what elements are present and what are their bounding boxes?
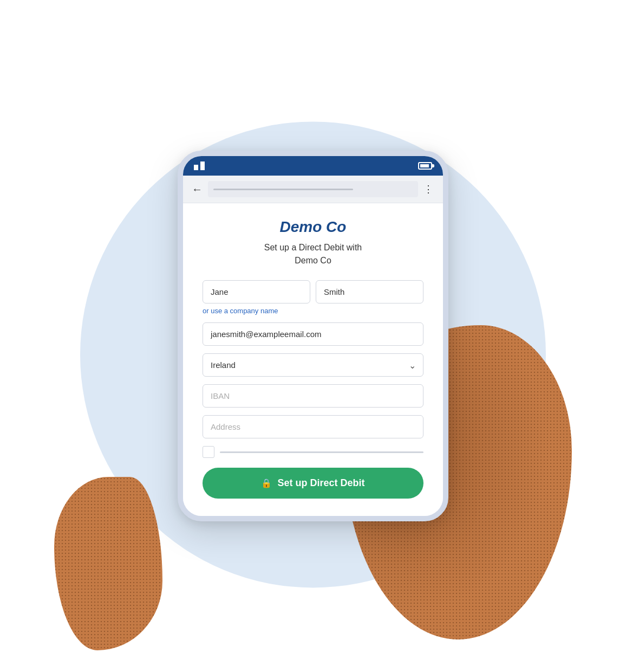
checkbox-row <box>203 446 423 458</box>
email-input[interactable] <box>203 322 423 346</box>
status-bar <box>183 156 443 176</box>
company-name-link[interactable]: or use a company name <box>203 307 423 315</box>
browser-bar: ← ⋮ <box>183 176 443 203</box>
iban-input[interactable] <box>203 384 423 408</box>
page-subtitle: Set up a Direct Debit with Demo Co <box>203 241 423 267</box>
country-group: Ireland United Kingdom Germany France Sp… <box>203 353 423 377</box>
more-button[interactable]: ⋮ <box>423 183 434 195</box>
name-row <box>203 280 423 303</box>
address-input[interactable] <box>203 415 423 438</box>
signal-icon <box>194 161 206 170</box>
first-name-input[interactable] <box>203 280 310 303</box>
hand-decoration-left <box>54 477 162 650</box>
page-content: Demo Co Set up a Direct Debit with Demo … <box>183 203 443 516</box>
back-button[interactable]: ← <box>192 184 203 195</box>
email-group <box>203 322 423 346</box>
terms-checkbox[interactable] <box>203 446 214 458</box>
address-bar-line <box>213 189 353 190</box>
lock-icon: 🔒 <box>261 478 272 488</box>
last-name-input[interactable] <box>316 280 423 303</box>
phone-device: ← ⋮ Demo Co Set up a Direct Debit with D… <box>178 151 448 521</box>
checkbox-label-placeholder <box>220 451 423 453</box>
submit-label: Set up Direct Debit <box>277 477 364 489</box>
battery-icon <box>418 162 432 170</box>
iban-group <box>203 384 423 408</box>
submit-button[interactable]: 🔒 Set up Direct Debit <box>203 468 423 499</box>
company-title: Demo Co <box>203 218 423 236</box>
country-select[interactable]: Ireland United Kingdom Germany France Sp… <box>203 353 423 377</box>
address-group <box>203 415 423 438</box>
address-bar <box>208 181 418 197</box>
phone-wrapper: ← ⋮ Demo Co Set up a Direct Debit with D… <box>178 151 448 521</box>
hand-texture-left <box>54 477 162 650</box>
